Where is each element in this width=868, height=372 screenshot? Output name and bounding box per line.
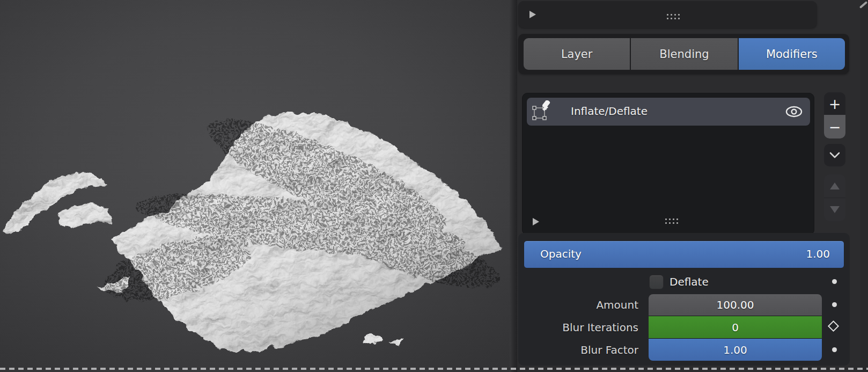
move-up-button[interactable] <box>824 174 845 198</box>
app-window: Layer Blending Modifiers <box>0 0 868 372</box>
visibility-eye-icon[interactable] <box>784 105 804 119</box>
add-modifier-button[interactable]: + <box>824 92 845 115</box>
gp-modifier-icon <box>531 100 551 123</box>
modifier-name: Inflate/Deflate <box>571 105 648 118</box>
sculpted-mesh[interactable] <box>0 0 510 372</box>
remove-modifier-button[interactable]: − <box>824 115 845 138</box>
amount-label: Amount <box>531 298 638 311</box>
modifier-list-item[interactable]: Inflate/Deflate <box>527 98 810 126</box>
chevron-down-icon <box>829 152 840 158</box>
list-move-group <box>824 174 845 221</box>
expand-arrow-icon[interactable] <box>529 10 536 19</box>
collapsed-panel-header[interactable] <box>518 1 817 28</box>
tabs-container: Layer Blending Modifiers <box>518 34 849 74</box>
amount-field[interactable]: 100.00 <box>649 294 822 316</box>
blur-factor-label: Blur Factor <box>531 344 638 356</box>
tab-blending[interactable]: Blending <box>631 38 737 70</box>
blur-iterations-label: Blur Iterations <box>531 321 638 334</box>
opacity-value: 1.00 <box>806 247 830 260</box>
triangle-down-icon <box>830 206 840 213</box>
expand-arrow-icon[interactable] <box>532 217 540 226</box>
region-bottom-divider[interactable] <box>0 368 868 370</box>
list-add-remove-group: + − <box>824 92 845 138</box>
tab-modifiers[interactable]: Modifiers <box>739 38 845 70</box>
keyframe-dot-blur-factor[interactable] <box>832 347 837 352</box>
drag-handle-icon[interactable] <box>665 218 678 224</box>
modifier-list[interactable]: Inflate/Deflate <box>522 93 814 235</box>
properties-panel: Layer Blending Modifiers <box>517 0 868 372</box>
blur-iterations-field[interactable]: 0 <box>649 316 822 338</box>
opacity-label: Opacity <box>540 247 582 260</box>
scrollbar-thumb[interactable] <box>859 1 868 9</box>
3d-viewport[interactable] <box>0 0 510 372</box>
drag-handle-icon[interactable] <box>667 14 680 19</box>
scrollbar-track[interactable] <box>860 0 868 372</box>
value-fields-group: 100.00 0 1.00 <box>649 294 822 361</box>
region-divider[interactable] <box>510 0 517 372</box>
list-specials-menu-button[interactable] <box>824 144 845 166</box>
deflate-checkbox[interactable] <box>649 275 664 289</box>
move-down-button[interactable] <box>824 198 845 221</box>
deflate-label: Deflate <box>670 275 709 288</box>
triangle-up-icon <box>830 183 840 189</box>
keyframe-dot-deflate[interactable] <box>832 279 837 284</box>
tab-group: Layer Blending Modifiers <box>524 38 845 70</box>
keyframe-dot-amount[interactable] <box>832 302 837 307</box>
opacity-slider[interactable]: Opacity 1.00 <box>524 240 844 268</box>
blur-factor-field[interactable]: 1.00 <box>649 339 822 361</box>
tab-layer[interactable]: Layer <box>524 38 630 70</box>
